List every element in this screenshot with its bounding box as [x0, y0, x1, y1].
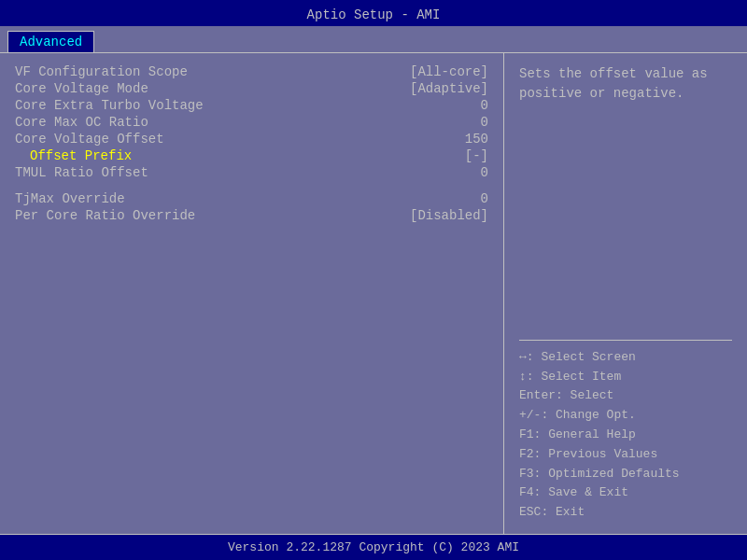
setting-name: Offset Prefix — [15, 148, 132, 163]
tab-row: Advanced — [0, 26, 747, 52]
app: Aptio Setup - AMI Advanced VF Configurat… — [0, 0, 747, 560]
key-hint: ESC: Exit — [519, 503, 732, 523]
key-hint: +/-: Change Opt. — [519, 406, 732, 426]
main-content: VF Configuration Scope[All-core]Core Vol… — [0, 52, 747, 534]
setting-value: 0 — [481, 98, 488, 113]
setting-row[interactable]: Per Core Ratio Override[Disabled] — [15, 208, 488, 223]
footer: Version 2.22.1287 Copyright (C) 2023 AMI — [0, 534, 747, 560]
key-hint: F1: General Help — [519, 426, 732, 445]
key-hint: F3: Optimized Defaults — [519, 465, 732, 484]
setting-row[interactable]: TjMax Override0 — [15, 191, 488, 206]
setting-row[interactable]: Core Voltage Offset150 — [15, 132, 488, 147]
setting-row[interactable]: Core Voltage Mode[Adaptive] — [15, 81, 488, 96]
setting-value: 150 — [465, 132, 488, 147]
key-hint: ↕: Select Item — [519, 368, 732, 387]
setting-value: [All-core] — [410, 64, 488, 79]
setting-row[interactable]: TMUL Ratio Offset0 — [15, 165, 488, 180]
setting-name: Core Voltage Mode — [15, 81, 148, 96]
tab-advanced[interactable]: Advanced — [7, 31, 94, 52]
left-panel: VF Configuration Scope[All-core]Core Vol… — [0, 53, 504, 534]
setting-name: TjMax Override — [15, 191, 125, 206]
setting-name: Per Core Ratio Override — [15, 208, 195, 223]
setting-value: [Disabled] — [410, 208, 488, 223]
setting-name: Core Voltage Offset — [15, 132, 164, 147]
setting-value: [Adaptive] — [410, 81, 488, 96]
setting-name: Core Max OC Ratio — [15, 115, 148, 130]
tab-advanced-label: Advanced — [20, 35, 82, 49]
section-gap — [15, 182, 488, 191]
setting-row[interactable]: Core Max OC Ratio0 — [15, 115, 488, 130]
setting-value: [-] — [465, 148, 488, 163]
divider — [519, 340, 732, 341]
key-hint: F2: Previous Values — [519, 445, 732, 465]
setting-name: TMUL Ratio Offset — [15, 165, 148, 180]
footer-text: Version 2.22.1287 Copyright (C) 2023 AMI — [228, 540, 519, 554]
setting-name: Core Extra Turbo Voltage — [15, 98, 204, 113]
title-bar: Aptio Setup - AMI — [0, 0, 747, 26]
key-hint: ↔: Select Screen — [519, 348, 732, 368]
setting-value: 0 — [481, 165, 488, 180]
key-hint: Enter: Select — [519, 386, 732, 406]
setting-row[interactable]: Core Extra Turbo Voltage0 — [15, 98, 488, 113]
setting-row[interactable]: Offset Prefix[-] — [15, 148, 488, 163]
right-panel: Sets the offset value as positive or neg… — [504, 53, 747, 534]
app-title: Aptio Setup - AMI — [307, 7, 441, 22]
setting-row[interactable]: VF Configuration Scope[All-core] — [15, 64, 488, 79]
setting-value: 0 — [481, 115, 488, 130]
key-hint: F4: Save & Exit — [519, 483, 732, 503]
help-text: Sets the offset value as positive or neg… — [519, 64, 732, 104]
setting-value: 0 — [481, 191, 488, 206]
key-help: ↔: Select Screen↕: Select ItemEnter: Sel… — [519, 348, 732, 523]
setting-name: VF Configuration Scope — [15, 64, 188, 79]
